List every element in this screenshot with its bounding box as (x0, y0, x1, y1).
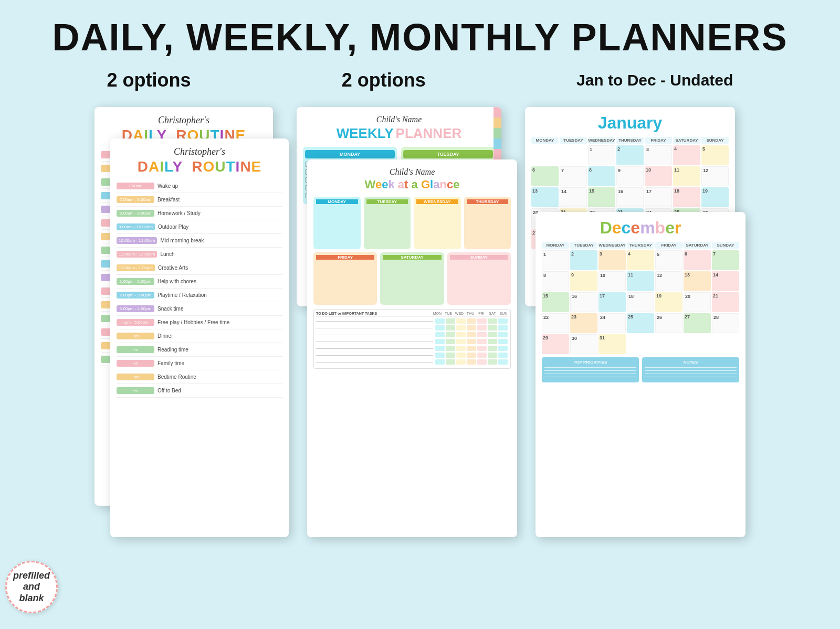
cal-grid-dec: 1 2 3 4 5 6 7 8 9 10 11 12 13 14 15 16 1… (542, 250, 739, 354)
wag-todo-header: TO DO LIST or IMPORTANT TASKS MON TUE WE… (316, 312, 508, 317)
routine-row: 7.00am - 8.00am Breakfast (117, 193, 282, 207)
todo-row (316, 332, 508, 337)
wp-title: WEEKLY PLANNER (303, 125, 495, 142)
option2-label: 2 options (342, 69, 426, 91)
todo-row (316, 339, 508, 344)
cal-bottom-section: TOP PRIORITIES NOTES (542, 357, 739, 382)
left-column: Christopher's DAILY ROUTINE 7.00am Wake … (94, 107, 289, 537)
cal-headers-dec: MONDAYTUESDAYWEDNESDAYTHURSDAYFRIDAYSATU… (542, 242, 739, 249)
routine-row: 8.00am - 9.00am Homework / Study (117, 207, 282, 220)
daily-card-front: Christopher's DAILY ROUTINE 7.00am Wake … (110, 138, 289, 537)
wag-title: Week at a Glance (313, 178, 511, 191)
routine-row: ~m Reading time (117, 343, 282, 357)
routine-row: ~pm Dinner (117, 329, 282, 343)
wag-top-days: MONDAY TUESDAY WEDNESDAY THURSDAY (313, 197, 511, 249)
routine-row: 12.00pm - 1.00pm Creative Arts (117, 261, 282, 275)
prefilled-text: prefilled and blank (13, 570, 50, 604)
option3-label: Jan to Dec - Undated (576, 71, 733, 89)
wag-bottom-days: FRIDAY SATURDAY SUNDAY (313, 252, 511, 305)
priorities-title: TOP PRIORITIES (544, 360, 636, 365)
routine-row: 1.00pm - 2.00pm Help with chores (117, 275, 282, 289)
wp-owner: Child's Name (303, 115, 495, 124)
todo-row (316, 325, 508, 331)
notes-title: NOTES (645, 360, 737, 365)
routine-row: ~pm - 5.00pm Free play / Hobbies / Free … (117, 316, 282, 329)
todo-row (316, 346, 508, 351)
subtitle-row: 2 options 2 options Jan to Dec - Undated (0, 64, 840, 107)
notes-section: NOTES (642, 357, 739, 382)
main-title: DAILY, WEEKLY, MONTHLY PLANNERS (0, 0, 840, 64)
front-card-title: DAILY ROUTINE (117, 158, 282, 175)
december-title: December (542, 218, 739, 238)
cal-headers-jan: MONDAYTUESDAYWEDNESDAYTHURSDAYFRIDAYSATU… (531, 137, 729, 144)
routine-row: ~m Family time (117, 357, 282, 370)
january-title: January (531, 113, 729, 133)
front-routine-rows: 7.00am Wake up 7.00am - 8.00am Breakfast… (117, 179, 282, 398)
routine-row: 2.00pm - 3.00pm Playtime / Relaxation (117, 289, 282, 302)
middle-column: Child's Name WEEKLY PLANNER MONDAY TUESD… (297, 107, 517, 537)
todo-row (316, 359, 508, 365)
wag-owner: Child's Name (313, 167, 511, 177)
routine-row: 10.00am - 11.00am Mid morning break (117, 234, 282, 248)
right-column: January MONDAYTUESDAYWEDNESDAYTHURSDAYFR… (525, 107, 746, 537)
todo-row (316, 318, 508, 324)
cards-row: Christopher's DAILY ROUTINE 7.00am Wake … (0, 107, 840, 537)
routine-row: 11.00am - 12.00pm Lunch (117, 248, 282, 261)
december-calendar: December MONDAYTUESDAYWEDNESDAYTHURSDAYF… (536, 212, 746, 537)
week-at-glance-card: Child's Name Week at a Glance MONDAY TUE… (307, 159, 517, 537)
routine-row: 3.00pm - 4.00pm Snack time (117, 302, 282, 316)
front-card-owner: Christopher's (117, 146, 282, 157)
routine-row: ~pm Bedtime Routine (117, 370, 282, 384)
prefilled-badge: prefilled and blank (5, 561, 58, 613)
option1-label: 2 options (107, 69, 191, 91)
priorities-section: TOP PRIORITIES (542, 357, 639, 382)
back-card-owner: Christopher's (101, 115, 267, 126)
routine-row: 9.00am - 10.00am Outdoor Play (117, 220, 282, 234)
todo-row (316, 353, 508, 358)
wag-todo-section: TO DO LIST or IMPORTANT TASKS MON TUE WE… (313, 309, 511, 369)
routine-row: 7.00am Wake up (117, 179, 282, 193)
routine-row: ~m Off to Bed (117, 384, 282, 398)
